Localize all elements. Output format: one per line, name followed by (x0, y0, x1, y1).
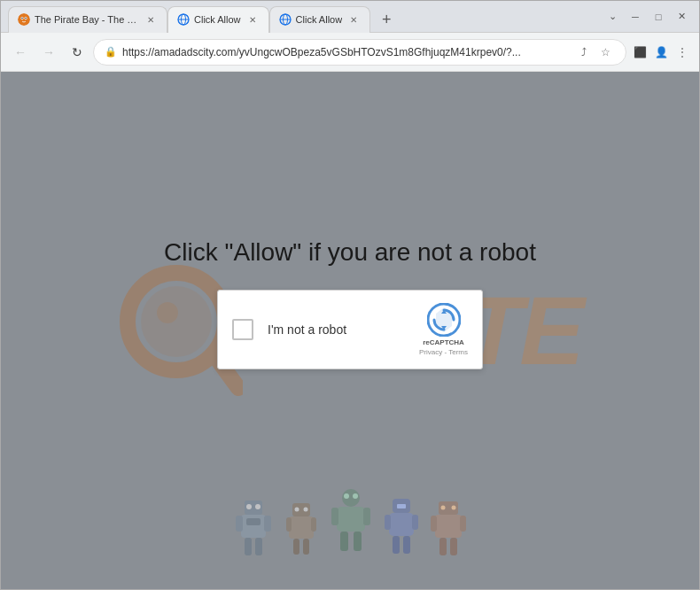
svg-rect-52 (431, 516, 437, 532)
tab-piratebay-label: The Pirate Bay - The g... (35, 14, 139, 25)
extensions-button[interactable]: ⬛ (630, 43, 649, 62)
svg-rect-53 (460, 516, 466, 532)
svg-point-3 (21, 18, 23, 19)
page-content: PIRATE Click "Allow" if you are not a ro… (1, 72, 699, 589)
address-bar[interactable]: 🔒 https://amadadscity.com/yvUngcwOBpeza5… (93, 39, 626, 66)
captcha-checkbox[interactable] (232, 319, 253, 340)
globe-favicon-2 (279, 13, 292, 26)
svg-rect-39 (340, 532, 348, 551)
svg-rect-51 (435, 515, 462, 538)
svg-rect-19 (241, 515, 266, 538)
svg-rect-31 (293, 539, 299, 555)
back-button[interactable]: ← (8, 40, 33, 65)
bookmark-icon[interactable]: ☆ (595, 43, 615, 62)
svg-point-18 (255, 504, 261, 509)
close-button[interactable]: ✕ (671, 6, 692, 27)
address-actions: ⤴ ☆ (574, 43, 615, 62)
svg-rect-42 (397, 504, 406, 508)
svg-rect-38 (363, 508, 370, 525)
forward-button[interactable]: → (36, 40, 61, 65)
tabs-area: The Pirate Bay - The g... ✕ Click Allow … (8, 1, 595, 33)
lock-icon: 🔒 (105, 46, 117, 58)
recaptcha-logo-icon (427, 303, 461, 337)
robots-area (232, 487, 468, 563)
svg-rect-24 (255, 538, 262, 555)
title-bar: The Pirate Bay - The g... ✕ Click Allow … (1, 1, 699, 33)
new-tab-button[interactable]: + (374, 8, 399, 33)
svg-rect-36 (337, 507, 365, 532)
svg-rect-23 (245, 538, 252, 555)
robot-5 (429, 495, 468, 563)
svg-rect-29 (286, 517, 292, 532)
recaptcha-brand-text: reCAPTCHA (423, 338, 464, 346)
svg-point-0 (18, 13, 30, 26)
tab-clickallow2-label: Click Allow (296, 14, 343, 25)
recaptcha-logo-area: reCAPTCHA Privacy - Terms (419, 303, 468, 356)
globe-favicon-1 (177, 13, 190, 26)
reload-button[interactable]: ↻ (65, 40, 89, 65)
svg-point-17 (246, 504, 252, 509)
svg-point-49 (441, 506, 446, 510)
tab-clickallow1-label: Click Allow (194, 14, 241, 25)
tab-piratebay-close[interactable]: ✕ (144, 12, 158, 27)
svg-rect-44 (385, 515, 391, 530)
profile-button[interactable]: 👤 (651, 43, 671, 62)
svg-rect-32 (303, 539, 309, 555)
maximize-button[interactable]: □ (648, 6, 669, 27)
robot-1 (232, 492, 275, 563)
svg-point-35 (353, 493, 358, 499)
tab-clickallow1-close[interactable]: ✕ (245, 12, 260, 27)
svg-point-34 (344, 493, 349, 499)
nav-bar: ← → ↻ 🔒 https://amadadscity.com/yvUngcwO… (1, 33, 699, 72)
main-heading: Click "Allow" if you are not a robot (164, 238, 536, 266)
address-text: https://amadadscity.com/yvUngcwOBpeza5vG… (122, 46, 569, 58)
svg-rect-22 (264, 516, 271, 532)
robot-4 (381, 493, 422, 563)
share-icon[interactable]: ⤴ (574, 43, 594, 62)
svg-rect-43 (389, 513, 414, 536)
svg-rect-45 (412, 515, 418, 530)
nav-actions: ⬛ 👤 ⋮ (630, 43, 692, 62)
svg-rect-55 (450, 538, 457, 555)
tab-piratebay[interactable]: The Pirate Bay - The g... ✕ (8, 6, 167, 33)
svg-point-4 (25, 18, 27, 19)
svg-rect-47 (403, 536, 410, 554)
captcha-label: I'm not a robot (268, 322, 405, 337)
svg-rect-28 (289, 516, 314, 539)
svg-rect-20 (246, 518, 261, 525)
robot-2 (282, 496, 321, 563)
svg-point-50 (452, 506, 456, 510)
page-main: Click "Allow" if you are not a robot I'm… (1, 72, 699, 589)
svg-rect-46 (393, 536, 400, 554)
svg-rect-54 (439, 538, 447, 555)
menu-button[interactable]: ⋮ (673, 43, 692, 62)
svg-point-26 (295, 508, 299, 512)
recaptcha-links[interactable]: Privacy - Terms (419, 348, 468, 356)
minimize-button[interactable]: ─ (625, 6, 646, 27)
pirate-favicon (18, 13, 30, 26)
tab-clickallow1[interactable]: Click Allow ✕ (167, 6, 269, 33)
window-controls: ⌄ ─ □ ✕ (602, 6, 692, 27)
svg-rect-30 (311, 517, 316, 532)
svg-rect-40 (354, 532, 362, 551)
svg-point-27 (304, 508, 308, 512)
svg-rect-37 (331, 508, 338, 525)
tab-clickallow2[interactable]: Click Allow ✕ (269, 6, 371, 33)
browser-window: The Pirate Bay - The g... ✕ Click Allow … (0, 0, 700, 590)
tab-clickallow2-close[interactable]: ✕ (346, 12, 361, 27)
svg-rect-21 (236, 516, 243, 532)
tab-search-button[interactable]: ⌄ (602, 6, 623, 27)
recaptcha-widget: I'm not a robot reCAPTCHA Privacy - Term… (217, 290, 483, 369)
robot-3 (328, 487, 374, 563)
